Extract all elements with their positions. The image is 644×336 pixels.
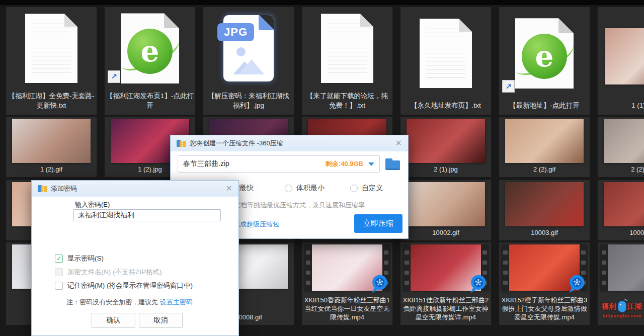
checkbox-unchecked-icon xyxy=(55,282,63,290)
checkbox-disabled-icon xyxy=(55,268,63,276)
remember-password-checkbox[interactable]: 记住密码(M) (将会显示在管理密码窗口中) xyxy=(55,281,193,290)
desktop: 【福利江湖】全免费-无套路-更新快.txte↗【福利江湖发布页1】-点此打开JP… xyxy=(0,0,644,336)
zip-dialog-title: 您将创建一个压缩文件 -360压缩 xyxy=(190,139,283,148)
cancel-button[interactable]: 取消 xyxy=(139,313,183,328)
image-thumbnail xyxy=(505,119,584,163)
filmstrip-edge xyxy=(600,244,608,291)
file-tile[interactable]: 2 (2).gif xyxy=(499,117,590,177)
image-thumbnail xyxy=(604,119,644,163)
file-label: 1 (2).gif xyxy=(6,164,97,177)
close-icon[interactable]: ✕ xyxy=(395,139,402,147)
password-note: 注：密码没有安全加密，建议先 设置主密码 xyxy=(66,298,193,307)
browser-shortcut-icon: e↗ xyxy=(105,7,195,90)
file-label: 【福利江湖发布页1】-点此打开 xyxy=(105,90,195,115)
image-thumbnail xyxy=(12,119,91,163)
watermark-text-left: 福利 xyxy=(602,302,617,311)
compression-description: 文档等挑选最优压缩方式，兼具速度和压缩率 xyxy=(234,201,365,210)
file-label: XK8152橙子新年粉丝三部曲3假扮上门女友父母身后激情做爱星空无限传媒.mp4 xyxy=(499,295,590,325)
file-label: 【来了就能下载的论坛，纯免费！】.txt xyxy=(302,90,392,115)
video-thumbnail xyxy=(403,244,489,291)
browser-shortcut-icon: e↗ xyxy=(499,7,590,100)
file-tile[interactable]: 10004.gif xyxy=(598,180,644,240)
file-tile[interactable]: XK8151佳欣新年粉丝三部曲2负距离接触摄影棚工作室女神星空无限传媒详.mp4 xyxy=(400,242,491,325)
filmstrip-edge xyxy=(304,244,312,291)
file-label: 10003.gif xyxy=(499,228,590,240)
password-input[interactable] xyxy=(73,209,221,221)
watermark-text-right: 江湖 xyxy=(627,302,642,311)
file-tile[interactable]: 10003.gif xyxy=(499,180,590,240)
file-tile[interactable]: 2 (1).jpg xyxy=(400,117,491,177)
zip-dialog-titlebar[interactable]: 您将创建一个压缩文件 -360压缩 ✕ xyxy=(171,135,408,151)
space-left-label: 剩余:40.9GB xyxy=(326,159,363,169)
file-tile[interactable]: 1 (1).gif xyxy=(598,7,644,115)
encrypt-filename-label: 加密文件名(N) (不支持ZIP格式) xyxy=(67,268,162,277)
compress-now-button[interactable]: 立即压缩 xyxy=(354,214,403,233)
file-label: 【解压密码：来福利江湖找福利】.jpg xyxy=(203,90,294,115)
file-label xyxy=(598,321,644,325)
filmstrip-edge xyxy=(403,244,411,291)
file-tile[interactable]: 【福利江湖】全免费-无套路-更新快.txt xyxy=(6,7,97,115)
mouse-mascot-icon xyxy=(618,301,626,312)
text-file-icon xyxy=(6,7,97,90)
video-thumbnail xyxy=(502,244,587,291)
close-icon[interactable]: ✕ xyxy=(226,185,232,193)
file-tile[interactable]: XK8150香菱新年粉丝三部曲1当红女优当你一日女友星空无限传媒.mp4 xyxy=(302,242,392,325)
file-label: 【永久地址发布页】.txt xyxy=(400,100,491,115)
password-dialog-titlebar[interactable]: 添加密码 ✕ xyxy=(32,181,238,197)
watermark-url: fulijianghu.com xyxy=(600,313,643,318)
image-thumbnail xyxy=(605,28,644,85)
remember-password-label: 记住密码(M) (将会显示在管理密码窗口中) xyxy=(67,281,193,290)
file-tile[interactable]: e↗【最新地址】-点此打开 xyxy=(499,7,590,115)
video-thumbnail xyxy=(600,244,644,291)
file-tile[interactable]: 1 (2).gif xyxy=(6,117,97,177)
image-thumbnail xyxy=(505,182,584,226)
file-tile[interactable]: 2 (2).jpg xyxy=(598,117,644,177)
file-label: XK8151佳欣新年粉丝三部曲2负距离接触摄影棚工作室女神星空无限传媒详.mp4 xyxy=(400,295,491,325)
file-label: 1 (1).gif xyxy=(598,100,644,115)
radio-smallest[interactable]: 体积最小 xyxy=(285,184,325,193)
file-label: 10004.gif xyxy=(598,228,644,240)
image-thumbnail xyxy=(604,182,644,226)
jpg-file-icon: JPG xyxy=(203,7,294,90)
video-thumbnail xyxy=(304,244,390,291)
file-tile[interactable]: 【来了就能下载的论坛，纯免费！】.txt xyxy=(302,7,392,115)
text-file-icon xyxy=(400,7,491,100)
archive-name-value: 春节三部曲.zip xyxy=(183,159,326,169)
browse-folder-icon[interactable] xyxy=(385,158,400,171)
file-tile[interactable]: 【永久地址发布页】.txt xyxy=(400,7,491,115)
shortcut-arrow-icon: ↗ xyxy=(108,70,120,83)
archive-app-icon xyxy=(177,139,186,147)
note-text: 注：密码没有安全加密，建议先 xyxy=(66,298,160,306)
radio-icon xyxy=(350,185,358,192)
file-tile[interactable]: JPG【解压密码：来福利江湖找福利】.jpg xyxy=(203,7,294,115)
radio-smallest-label: 体积最小 xyxy=(296,184,325,193)
password-dialog: 添加密码 ✕ 输入密码(E) ✓ 显示密码(S) 加密文件名(N) (不支持ZI… xyxy=(31,180,239,336)
text-file-icon xyxy=(302,7,392,90)
show-password-label: 显示密码(S) xyxy=(67,254,104,263)
file-tile[interactable]: XK8152橙子新年粉丝三部曲3假扮上门女友父母身后激情做爱星空无限传媒.mp4 xyxy=(499,242,590,325)
confirm-button[interactable]: 确认 xyxy=(92,313,135,328)
password-dialog-title: 添加密码 xyxy=(51,184,77,193)
media-player-icon xyxy=(567,274,586,294)
password-field-label: 输入密码(E) xyxy=(75,200,110,209)
show-password-checkbox[interactable]: ✓ 显示密码(S) xyxy=(55,254,104,263)
archive-name-input[interactable]: 春节三部曲.zip 剩余:40.9GB xyxy=(178,155,380,173)
file-label: 【最新地址】-点此打开 xyxy=(499,100,590,115)
set-master-password-link[interactable]: 设置主密码 xyxy=(160,298,193,306)
file-label: 2 (2).gif xyxy=(499,164,590,177)
encrypt-filename-checkbox: 加密文件名(N) (不支持ZIP格式) xyxy=(55,268,162,277)
archive-app-icon xyxy=(38,185,47,193)
file-tile[interactable]: 10002.gif xyxy=(400,180,491,240)
image-thumbnail xyxy=(407,182,485,226)
dropdown-caret-icon[interactable] xyxy=(368,162,374,166)
image-thumbnail xyxy=(407,119,485,163)
file-label: 2 (1).jpg xyxy=(400,164,491,177)
checkbox-checked-icon: ✓ xyxy=(55,255,63,263)
radio-icon xyxy=(285,185,292,192)
filmstrip-edge xyxy=(502,244,509,291)
file-tile[interactable]: e↗【福利江湖发布页1】-点此打开 xyxy=(105,7,195,115)
site-watermark: 福利 江湖 fulijianghu.com xyxy=(600,301,643,318)
file-label: 【福利江湖】全免费-无套路-更新快.txt xyxy=(6,90,97,115)
radio-custom[interactable]: 自定义 xyxy=(350,184,383,193)
file-label: XK8150香菱新年粉丝三部曲1当红女优当你一日女友星空无限传媒.mp4 xyxy=(302,295,392,325)
